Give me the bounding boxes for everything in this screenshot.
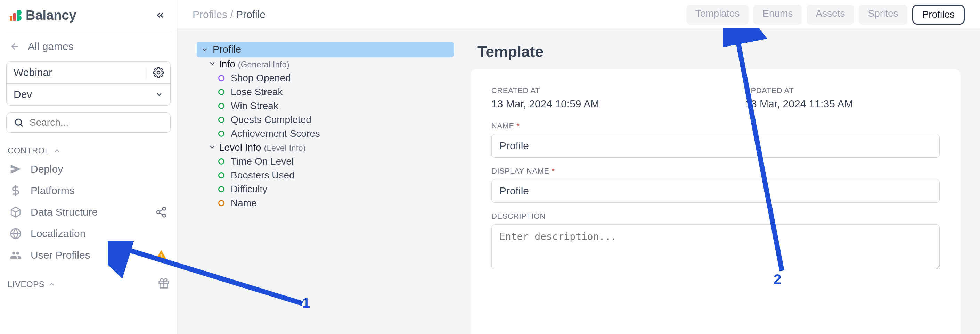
dot-icon	[218, 186, 224, 192]
leaf-label: Difficulty	[231, 184, 267, 195]
tree-leaf[interactable]: Name	[208, 196, 454, 210]
warning-badge	[155, 250, 167, 260]
tab-enums[interactable]: Enums	[753, 5, 802, 25]
tree-panel: Profile Info (General Info) Shop Opened …	[197, 42, 454, 334]
tree-leaf[interactable]: Boosters Used	[208, 168, 454, 182]
breadcrumb-root[interactable]: Profiles	[192, 9, 227, 20]
project-selectors: Webinar Dev	[6, 62, 171, 106]
globe-icon	[10, 228, 22, 239]
tree-group-sub: (Level Info)	[264, 143, 305, 153]
brand-logo-icon	[9, 9, 22, 22]
tree-root[interactable]: Profile	[197, 42, 454, 57]
chevron-down-icon	[155, 90, 163, 98]
tree-leaf[interactable]: Win Streak	[208, 99, 454, 113]
annotation-number-1: 1	[302, 295, 310, 311]
env-selector[interactable]: Dev	[6, 83, 170, 105]
tree-group-name: Info	[219, 59, 235, 70]
users-icon	[10, 249, 22, 261]
nav-label: Data Structure	[30, 206, 98, 218]
gift-icon	[158, 278, 169, 289]
svg-point-10	[163, 214, 166, 217]
chevron-down-icon	[208, 60, 216, 67]
created-value: 13 Mar, 2024 10:59 AM	[492, 98, 599, 110]
tree-leaf[interactable]: Lose Streak	[208, 85, 454, 99]
chevron-up-icon	[53, 147, 61, 155]
dot-icon	[218, 200, 224, 206]
project-name: Webinar	[14, 66, 52, 79]
tab-sprites[interactable]: Sprites	[859, 5, 907, 25]
leaf-label: Win Streak	[231, 100, 278, 111]
tree-leaf[interactable]: Difficulty	[208, 182, 454, 196]
tree-group-info[interactable]: Info (General Info)	[208, 57, 454, 71]
section-control[interactable]: CONTROL	[6, 143, 171, 158]
leaf-label: Lose Streak	[231, 87, 283, 98]
arrow-left-icon	[10, 41, 20, 52]
display-name-label: DISPLAY NAME	[492, 167, 549, 175]
dot-icon	[218, 75, 224, 81]
gift-button[interactable]	[158, 278, 169, 291]
back-all-games[interactable]: All games	[6, 39, 171, 59]
chevrons-left-icon	[155, 10, 165, 21]
leaf-label: Name	[231, 198, 257, 209]
tree-leaf[interactable]: Quests Completed	[208, 113, 454, 127]
section-liveops[interactable]: LIVEOPS	[6, 275, 171, 294]
tree-leaf[interactable]: Shop Opened	[208, 71, 454, 85]
leaf-label: Quests Completed	[231, 114, 311, 125]
nav-label: Deploy	[30, 163, 63, 175]
cube-icon	[10, 206, 22, 218]
tree-group-levelinfo[interactable]: Level Info (Level Info)	[208, 141, 454, 155]
svg-line-11	[159, 213, 163, 215]
dot-icon	[218, 172, 224, 179]
nav-label: Platforms	[30, 185, 75, 196]
project-settings-button[interactable]	[146, 67, 170, 78]
back-label: All games	[28, 41, 74, 52]
name-label: NAME	[492, 122, 514, 130]
search-icon	[14, 117, 24, 128]
name-input[interactable]	[492, 134, 940, 158]
project-selector[interactable]: Webinar	[6, 62, 170, 83]
description-input[interactable]	[492, 224, 940, 269]
page-title: Template	[471, 42, 961, 70]
section-control-label: CONTROL	[8, 146, 50, 155]
paper-plane-icon	[10, 163, 22, 175]
nav-data-structure[interactable]: Data Structure	[6, 201, 171, 223]
gear-icon	[153, 67, 164, 78]
main-area: Profiles / Profile Templates Enums Asset…	[177, 0, 980, 334]
display-name-input[interactable]	[492, 179, 940, 203]
leaf-label: Time On Level	[231, 156, 294, 167]
tree-leaf[interactable]: Time On Level	[208, 155, 454, 168]
topbar: Profiles / Profile Templates Enums Asset…	[177, 0, 980, 29]
nav-platforms[interactable]: Platforms	[6, 180, 171, 201]
annotation-number-2: 2	[773, 272, 781, 287]
breadcrumb-current: Profile	[236, 9, 266, 20]
template-card: CREATED AT 13 Mar, 2024 10:59 AM UPDATED…	[471, 70, 961, 334]
tab-profiles[interactable]: Profiles	[912, 5, 965, 25]
search-box[interactable]	[6, 112, 171, 133]
nav-deploy[interactable]: Deploy	[6, 158, 171, 180]
tab-assets[interactable]: Assets	[807, 5, 854, 25]
updated-value: 13 Mar, 2024 11:35 AM	[745, 98, 853, 110]
required-marker: *	[552, 167, 555, 175]
content: Profile Info (General Info) Shop Opened …	[177, 29, 980, 334]
nav-localization[interactable]: Localization	[6, 223, 171, 244]
collapse-sidebar-button[interactable]	[153, 8, 168, 23]
field-name: NAME *	[492, 122, 940, 158]
tree-group-name: Level Info	[219, 142, 261, 153]
tree-leaf[interactable]: Achievement Scores	[208, 127, 454, 141]
created-meta: CREATED AT 13 Mar, 2024 10:59 AM	[492, 86, 599, 110]
share-button[interactable]	[155, 206, 167, 218]
search-input[interactable]	[30, 117, 163, 128]
nav-user-profiles[interactable]: User Profiles	[6, 244, 171, 266]
description-label: DESCRIPTION	[492, 212, 546, 220]
warning-icon	[155, 250, 167, 260]
app-root: Balancy All games Webinar	[0, 0, 980, 334]
leaf-label: Boosters Used	[231, 170, 295, 181]
brand-name: Balancy	[26, 8, 76, 23]
leaf-label: Achievement Scores	[231, 128, 320, 139]
sidebar-header: Balancy	[6, 6, 171, 31]
tab-templates[interactable]: Templates	[686, 5, 749, 25]
svg-rect-0	[10, 16, 12, 21]
field-display-name: DISPLAY NAME *	[492, 167, 940, 203]
tree-root-label: Profile	[213, 44, 241, 55]
brand[interactable]: Balancy	[9, 8, 76, 23]
